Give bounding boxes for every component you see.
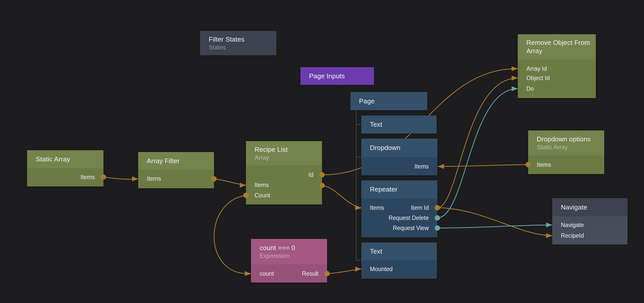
node-filter-states[interactable]: Filter StatesStates (200, 31, 276, 55)
node-text-2[interactable]: TextMounted (361, 242, 437, 279)
node-static-array[interactable]: Static ArrayItems (27, 150, 103, 186)
node-title: Text (370, 120, 432, 129)
node-header: Array Filter (138, 152, 214, 170)
wire-recipe-list-count-to-expression-count[interactable] (214, 195, 251, 274)
node-title: Page (359, 97, 423, 105)
node-header: Dropdown optionsStatic Array (528, 130, 604, 155)
wire-expression-result-to-text-2-mounted[interactable] (327, 269, 361, 274)
port-static-array-items[interactable]: Items (81, 173, 95, 181)
node-header: Text (361, 116, 437, 134)
node-header: Filter StatesStates (200, 31, 276, 55)
node-title: Dropdown (370, 144, 433, 152)
port-remove-object-from-array-do[interactable]: Do (526, 85, 534, 92)
node-expression[interactable]: count === 0ExpressioncountResult (251, 239, 327, 282)
node-subtitle: Expression (260, 252, 323, 260)
wire-repeater-request-view-to-navigate-navigate[interactable] (437, 225, 552, 228)
node-title: Remove Object From Array (526, 39, 591, 55)
node-header: Dropdown (361, 139, 437, 157)
node-header: Text (361, 242, 437, 260)
port-recipe-list-id[interactable]: Id (309, 171, 313, 179)
node-header: Page (350, 92, 427, 110)
node-header: Repeater (361, 180, 437, 198)
port-recipe-list-items[interactable]: Items (255, 181, 269, 189)
port-navigate-recipe-id[interactable]: RecipeId (561, 232, 584, 239)
wire-static-array-items-to-array-filter-items[interactable] (103, 177, 138, 179)
port-recipe-list-count[interactable]: Count (255, 192, 270, 199)
port-text-2-mounted[interactable]: Mounted (370, 265, 393, 273)
node-subtitle: Array (255, 154, 317, 161)
node-subtitle: States (209, 44, 272, 51)
port-navigate-navigate[interactable]: Navigate (561, 221, 584, 229)
wire-repeater-item-id-to-remove-object-object-id[interactable] (437, 78, 518, 208)
port-repeater-items[interactable]: Items (370, 204, 384, 212)
node-title: Page Inputs (309, 72, 369, 80)
node-title: Array Filter (147, 157, 209, 165)
node-remove-object-from-array[interactable]: Remove Object From ArrayArray IdObject I… (518, 34, 596, 98)
node-title: Repeater (370, 185, 433, 194)
port-repeater-request-delete[interactable]: Request Delete (388, 214, 429, 222)
node-title: Static Array (36, 155, 99, 163)
node-dropdown[interactable]: DropdownItems (361, 139, 437, 175)
node-header: Remove Object From Array (518, 34, 596, 60)
node-header: Recipe ListArray (246, 141, 322, 165)
node-recipe-list[interactable]: Recipe ListArrayIdItemsCount (246, 141, 322, 204)
port-repeater-item-id[interactable]: Item Id (411, 204, 429, 212)
node-header: Page Inputs (300, 67, 374, 85)
node-repeater[interactable]: RepeaterItemsItem IdRequest DeleteReques… (361, 180, 437, 237)
node-title: Text (370, 247, 432, 256)
wire-array-filter-items-to-recipe-list-items[interactable] (214, 179, 246, 185)
node-title: Recipe List (255, 145, 317, 154)
port-dropdown-options-items[interactable]: Items (537, 161, 551, 168)
node-navigate[interactable]: NavigateNavigateRecipeId (552, 198, 628, 244)
node-graph-canvas[interactable]: Filter StatesStatesPage InputsPageRemove… (0, 0, 644, 303)
port-remove-object-from-array-object-id[interactable]: Object Id (526, 74, 550, 82)
node-header: count === 0Expression (251, 239, 327, 264)
node-title: Dropdown options (537, 135, 600, 143)
node-title: Navigate (561, 203, 623, 212)
node-subtitle: Static Array (537, 143, 600, 151)
port-expression-count[interactable]: count (260, 270, 274, 277)
wire-repeater-request-delete-to-remove-object-do[interactable] (437, 89, 518, 218)
wire-recipe-list-items-to-repeater-items[interactable] (322, 185, 361, 208)
node-dropdown-options[interactable]: Dropdown optionsStatic ArrayItems (528, 130, 604, 174)
hierarchy-tree-line (356, 110, 361, 260)
node-array-filter[interactable]: Array FilterItems (138, 152, 214, 188)
wire-dropdown-options-items-to-dropdown-items[interactable] (438, 165, 528, 166)
port-remove-object-from-array-array-id[interactable]: Array Id (526, 65, 547, 72)
node-text-1[interactable]: Text (361, 116, 437, 134)
node-page-inputs[interactable]: Page Inputs (300, 67, 374, 85)
node-header: Navigate (552, 198, 628, 216)
node-header: Static Array (27, 150, 103, 168)
port-dropdown-items[interactable]: Items (415, 163, 429, 170)
wire-repeater-item-id-to-navigate-recipe-id[interactable] (437, 208, 552, 236)
port-repeater-request-view[interactable]: Request View (393, 224, 429, 232)
port-array-filter-items[interactable]: Items (147, 175, 161, 182)
node-title: count === 0 (260, 244, 323, 252)
node-title: Filter States (209, 35, 272, 44)
port-expression-result[interactable]: Result (302, 270, 318, 277)
node-page[interactable]: Page (350, 92, 427, 110)
